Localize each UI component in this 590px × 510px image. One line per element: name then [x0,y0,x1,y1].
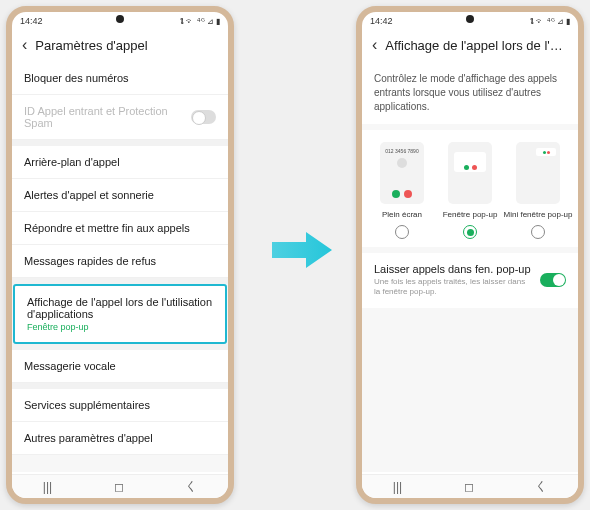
recents-icon[interactable]: ||| [43,480,52,494]
call-buttons [392,190,412,198]
radio-fullscreen[interactable] [395,225,409,239]
accept-icon [464,165,469,170]
nav-bar: ||| ◻ く [362,474,578,498]
item-call-display-sub: Fenêtre pop-up [27,322,213,332]
keep-in-popup-sub: Une fois les appels traités, les laisser… [374,277,532,298]
svg-marker-0 [272,232,332,268]
option-mini-label: Mini fenêtre pop-up [504,210,573,219]
home-icon[interactable]: ◻ [114,480,124,494]
settings-list: Bloquer des numéros ID Appel entrant et … [12,62,228,472]
option-mini[interactable]: Mini fenêtre pop-up [508,142,568,239]
page-title: Paramètres d'appel [35,38,218,53]
home-icon[interactable]: ◻ [464,480,474,494]
phone-right: 14:42 ⇅ ᯤ ⁴ᴳ ⊿ ▮ ‹ Affichage de l'appel … [356,6,584,504]
radio-mini[interactable] [531,225,545,239]
preview-popup [448,142,492,204]
nav-bar: ||| ◻ く [12,474,228,498]
status-time: 14:42 [20,16,43,26]
recents-icon[interactable]: ||| [393,480,402,494]
mini-box [536,148,556,156]
item-call-alerts[interactable]: Alertes d'appel et sonnerie [12,179,228,212]
header: ‹ Paramètres d'appel [12,30,228,62]
accept-icon [392,190,400,198]
item-caller-id-label: ID Appel entrant et Protection Spam [24,105,191,129]
toggle-keep-popup[interactable] [540,273,566,287]
item-other-settings[interactable]: Autres paramètres d'appel [12,422,228,455]
option-popup[interactable]: Fenêtre pop-up [440,142,500,239]
back-nav-icon[interactable]: く [185,478,197,495]
back-icon[interactable]: ‹ [372,36,377,54]
preview-mini [516,142,560,204]
description: Contrôlez le mode d'affichage des appels… [362,62,578,124]
status-icons-right: ⇅ ᯤ ⁴ᴳ ⊿ ▮ [530,17,570,26]
decline-icon [472,165,477,170]
item-call-display-label: Affichage de l'appel lors de l'utilisati… [27,296,213,320]
arrow-icon [272,230,332,270]
camera-notch [116,15,124,23]
back-icon[interactable]: ‹ [22,36,27,54]
item-block-numbers[interactable]: Bloquer des numéros [12,62,228,95]
camera-notch [466,15,474,23]
item-call-display[interactable]: Affichage de l'appel lors de l'utilisati… [13,284,227,344]
header: ‹ Affichage de l'appel lors de l'utilisa… [362,30,578,62]
item-supplementary[interactable]: Services supplémentaires [12,389,228,422]
item-caller-id[interactable]: ID Appel entrant et Protection Spam [12,95,228,140]
phone-left: 14:42 ⇅ ᯤ ⁴ᴳ ⊿ ▮ ‹ Paramètres d'appel Bl… [6,6,234,504]
preview-number: 012 3456 7890 [385,148,418,154]
radio-popup[interactable] [463,225,477,239]
toggle-caller-id[interactable] [191,110,216,124]
preview-fullscreen: 012 3456 7890 [380,142,424,204]
item-quick-decline[interactable]: Messages rapides de refus [12,245,228,278]
option-popup-label: Fenêtre pop-up [443,210,498,219]
decline-icon [404,190,412,198]
avatar-icon [397,158,407,168]
option-fullscreen[interactable]: 012 3456 7890 Plein écran [372,142,432,239]
keep-in-popup-text: Laisser appels dans fen. pop-up Une fois… [374,263,540,298]
popup-box [454,152,486,172]
accept-icon [543,151,546,154]
item-call-background[interactable]: Arrière-plan d'appel [12,146,228,179]
item-answer-end[interactable]: Répondre et mettre fin aux appels [12,212,228,245]
option-fullscreen-label: Plein écran [382,210,422,219]
display-options: 012 3456 7890 Plein écran F [362,130,578,247]
display-settings: Contrôlez le mode d'affichage des appels… [362,62,578,472]
item-voicemail[interactable]: Messagerie vocale [12,350,228,383]
page-title: Affichage de l'appel lors de l'utilisa..… [385,38,568,53]
decline-icon [547,151,550,154]
status-time: 14:42 [370,16,393,26]
keep-in-popup-row[interactable]: Laisser appels dans fen. pop-up Une fois… [362,253,578,308]
status-icons-right: ⇅ ᯤ ⁴ᴳ ⊿ ▮ [180,17,220,26]
keep-in-popup-title: Laisser appels dans fen. pop-up [374,263,532,275]
back-nav-icon[interactable]: く [535,478,547,495]
